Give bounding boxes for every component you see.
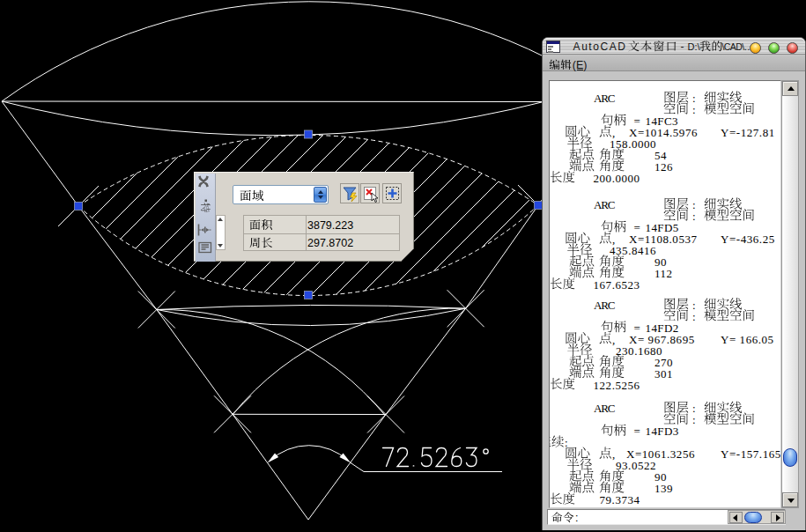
svg-text:14FD3: 14FD3 [646, 425, 679, 438]
svg-text:ARC: ARC [594, 92, 615, 105]
svg-text::: : [692, 103, 696, 116]
svg-text:167.6523: 167.6523 [594, 278, 640, 292]
svg-text:200.0000: 200.0000 [594, 172, 640, 185]
svg-text::: : [692, 310, 696, 323]
svg-text:Y=-157.1653: Y=-157.1653 [721, 447, 781, 461]
svg-text:Y=-127.81: Y=-127.81 [721, 126, 775, 139]
svg-text:122.5256: 122.5256 [594, 379, 640, 392]
svg-text:AutoCAD: AutoCAD [573, 41, 627, 53]
svg-text::: : [692, 413, 696, 426]
svg-text:ARC: ARC [594, 299, 615, 312]
svg-text:112: 112 [654, 267, 673, 280]
svg-text:D:\: D:\ [688, 41, 701, 52]
svg-text:435.8416: 435.8416 [610, 244, 656, 257]
svg-text:139: 139 [654, 482, 673, 495]
svg-text:3879.223: 3879.223 [307, 219, 353, 232]
svg-text:158.0000: 158.0000 [610, 137, 656, 151]
svg-text:126: 126 [654, 160, 673, 174]
svg-text:93.0522: 93.0522 [616, 459, 656, 472]
svg-text:-: - [681, 41, 684, 53]
svg-text:Y=-436.25: Y=-436.25 [721, 233, 775, 246]
svg-text:79.3734: 79.3734 [600, 493, 640, 506]
svg-text:297.8702: 297.8702 [307, 237, 353, 249]
svg-text::: : [565, 436, 568, 449]
svg-text::: : [692, 210, 696, 223]
svg-text:\CAD\…: \CAD\… [722, 41, 753, 52]
svg-text:=: = [634, 425, 641, 438]
svg-text:ARC: ARC [594, 402, 615, 415]
svg-text::: : [575, 512, 578, 524]
svg-text:301: 301 [654, 367, 673, 381]
svg-text:ARC: ARC [594, 198, 615, 211]
svg-text:Y= 166.05: Y= 166.05 [721, 333, 774, 346]
